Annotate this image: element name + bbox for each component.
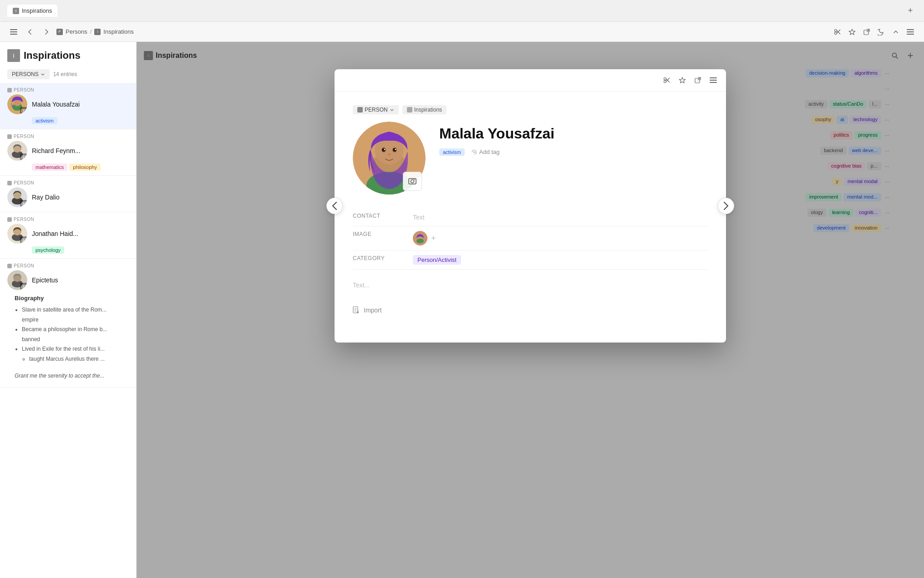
add-tag-button[interactable]: Add tag xyxy=(468,148,503,156)
modal-toolbar xyxy=(335,69,726,92)
breadcrumb-inspirations[interactable]: Inspirations xyxy=(103,28,133,35)
tab-inspirations[interactable]: I Inspirations xyxy=(7,5,57,17)
modal-scissors-icon[interactable] xyxy=(660,74,673,87)
back-button[interactable] xyxy=(24,26,36,38)
right-panel: I Inspirations decision-making algorithm… xyxy=(137,42,924,578)
modal-person-info: Malala Yousafzai activism Add tag xyxy=(439,122,708,194)
prop-category-row: CATEGORY Person/Activist xyxy=(353,251,708,270)
person-type-text: PERSON xyxy=(14,87,34,92)
svg-rect-51 xyxy=(710,82,717,83)
sidebar-filters: PERSONS 14 entries xyxy=(0,66,136,83)
epictetus-avatar xyxy=(7,270,27,290)
text-area-placeholder[interactable]: Text... xyxy=(353,277,708,293)
hamburger-button[interactable] xyxy=(7,26,20,38)
person-type-icon xyxy=(7,217,12,222)
haidt-name: Jonathan Haid... xyxy=(32,230,78,237)
avatar-overlay-icon xyxy=(20,107,27,114)
sidebar-item-malala[interactable]: PERSON M xyxy=(0,83,136,129)
svg-point-22 xyxy=(23,157,25,158)
person-badge-label: PERSON xyxy=(365,107,388,113)
modal-external-icon[interactable] xyxy=(691,74,704,87)
modal-prev-button[interactable] xyxy=(326,198,343,214)
svg-line-9 xyxy=(867,29,869,32)
inspirations-icon: I xyxy=(94,29,101,35)
sidebar-title-icon: I xyxy=(7,49,20,62)
image-label: IMAGE xyxy=(353,226,407,250)
image-add-icon[interactable]: + xyxy=(431,234,436,243)
sidebar-list: PERSON M xyxy=(0,83,136,578)
feynman-avatar xyxy=(7,141,27,161)
nav-menu-icon[interactable] xyxy=(904,26,917,38)
modal-overlay: PERSON Inspirations xyxy=(137,42,924,578)
persons-filter-chip[interactable]: PERSONS xyxy=(7,69,50,79)
forward-button[interactable] xyxy=(40,26,53,38)
inspirations-breadcrumb-badge[interactable]: Inspirations xyxy=(402,105,447,114)
person-type-badge[interactable]: PERSON xyxy=(353,105,399,114)
avatar-edit-button[interactable] xyxy=(403,172,422,191)
svg-rect-49 xyxy=(710,77,717,78)
haidt-tags: psychology xyxy=(7,246,129,254)
category-label: CATEGORY xyxy=(353,251,407,269)
insp-badge-label: Inspirations xyxy=(414,107,442,113)
main-layout: I Inspirations PERSONS 14 entries PERSON xyxy=(0,42,924,578)
svg-rect-0 xyxy=(10,29,17,30)
malala-tags: activism xyxy=(7,117,129,124)
sidebar-item-epictetus[interactable]: PERSON Epictetus xyxy=(0,259,136,388)
moon-icon[interactable] xyxy=(875,26,888,38)
category-tag[interactable]: Person/Activist xyxy=(413,255,461,265)
modal-breadcrumb: PERSON Inspirations xyxy=(353,105,708,114)
svg-point-32 xyxy=(23,240,25,241)
modal-next-button[interactable] xyxy=(718,198,734,214)
modal-tag-activism[interactable]: activism xyxy=(439,148,465,156)
epictetus-name: Epictetus xyxy=(32,276,58,284)
external-link-icon[interactable] xyxy=(860,26,873,38)
person-type-icon xyxy=(7,134,12,139)
image-thumbnail xyxy=(413,231,427,246)
tag-mathematics[interactable]: mathematics xyxy=(32,164,67,171)
svg-point-42 xyxy=(664,78,666,80)
prop-contact-row: CONTACT Text xyxy=(353,208,708,226)
bio-quote: Grant me the serenity to accept the... xyxy=(7,369,129,383)
tag-philosophy[interactable]: philosophy xyxy=(69,164,101,171)
svg-point-62 xyxy=(388,153,391,155)
image-value[interactable]: + xyxy=(407,226,708,250)
tag-activism[interactable]: activism xyxy=(32,117,57,124)
contact-value[interactable]: Text xyxy=(407,208,708,226)
svg-rect-50 xyxy=(710,80,717,81)
svg-point-69 xyxy=(416,239,424,243)
sidebar-item-feynman[interactable]: PERSON Richard Feynm... xyxy=(0,129,136,176)
bio-item-1: Slave in satellite area of the Rom... em… xyxy=(22,305,122,325)
category-value[interactable]: Person/Activist xyxy=(407,251,708,269)
person-type-text: PERSON xyxy=(14,180,34,185)
tag-psychology[interactable]: psychology xyxy=(32,246,64,254)
epictetus-bio: Biography Slave in satellite area of the… xyxy=(7,290,129,369)
scissors-icon[interactable] xyxy=(831,26,844,38)
breadcrumb-persons[interactable]: Persons xyxy=(66,28,87,35)
import-label: Import xyxy=(364,307,382,314)
person-badge-icon xyxy=(357,107,363,113)
new-tab-button[interactable]: + xyxy=(904,5,917,17)
modal-menu-icon[interactable] xyxy=(707,74,720,87)
dalio-name: Ray Dalio xyxy=(32,194,60,201)
person-type-icon xyxy=(7,88,12,92)
sidebar-item-dalio[interactable]: PERSON Ray Dalio xyxy=(0,176,136,212)
modal-star-icon[interactable] xyxy=(676,74,689,87)
svg-rect-12 xyxy=(907,34,914,35)
svg-point-27 xyxy=(23,203,25,205)
props-table: CONTACT Text IMAGE xyxy=(353,208,708,270)
svg-line-48 xyxy=(698,77,701,80)
chevron-up-icon[interactable] xyxy=(889,26,902,38)
sidebar-item-haidt[interactable]: PERSON Jonathan Haid... xyxy=(0,212,136,259)
svg-rect-11 xyxy=(907,31,914,32)
tab-icon: I xyxy=(13,8,19,14)
person-type-text: PERSON xyxy=(14,217,34,222)
haidt-avatar xyxy=(7,224,27,244)
star-icon[interactable] xyxy=(846,26,858,38)
feynman-tags: mathematics philosophy xyxy=(7,164,129,171)
svg-rect-2 xyxy=(10,34,17,35)
person-type-text: PERSON xyxy=(14,134,34,139)
left-sidebar: I Inspirations PERSONS 14 entries PERSON xyxy=(0,42,137,578)
svg-point-68 xyxy=(413,231,427,246)
svg-point-64 xyxy=(411,180,414,183)
import-button[interactable]: Import xyxy=(353,302,708,318)
